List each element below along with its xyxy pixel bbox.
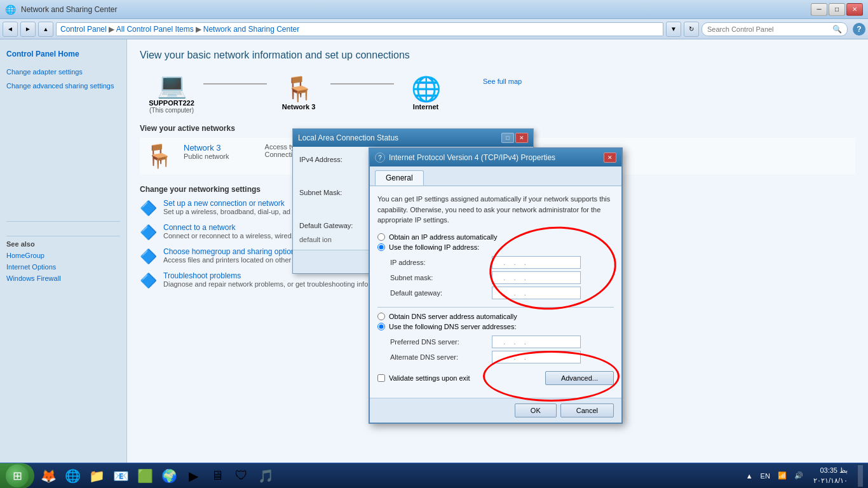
internet-label: Internet	[413, 103, 438, 111]
preferred-dns-input[interactable]: . . .	[492, 336, 581, 348]
line-1	[203, 83, 267, 85]
taskbar-explorer[interactable]: 📁	[85, 464, 108, 487]
radio-manual-dns-input[interactable]	[377, 323, 385, 330]
taskbar-shield[interactable]: 🛡	[230, 464, 253, 487]
dns-radio-group: Obtain DNS server address automatically …	[377, 313, 614, 330]
settings-icon-3: 🔷	[140, 248, 157, 265]
taskbar-rdp[interactable]: 🖥	[206, 464, 229, 487]
address-bar: ◄ ► ▲ Control Panel ▶ All Control Panel …	[0, 19, 868, 39]
path-all-items[interactable]: All Control Panel Items	[116, 25, 194, 34]
tray-lang-label: EN	[761, 472, 770, 480]
settings-link-4[interactable]: Troubleshoot problems	[163, 271, 241, 280]
tab-bar: General	[370, 166, 621, 186]
ipv4-button-row: OK Cancel	[370, 398, 621, 423]
ok-button[interactable]: OK	[515, 403, 557, 417]
validate-checkbox[interactable]	[377, 374, 385, 382]
taskbar-outlook[interactable]: 📧	[109, 464, 132, 487]
radio-manual-dns[interactable]: Use the following DNS server addresses:	[377, 323, 614, 330]
network-large-icon: 🪑	[145, 143, 173, 170]
taskbar-chrome[interactable]: 🌐	[61, 464, 84, 487]
path-network-sharing[interactable]: Network and Sharing Center	[203, 25, 299, 34]
radio-auto-ip-input[interactable]	[377, 233, 385, 241]
dropdown-button[interactable]: ▼	[666, 22, 681, 37]
local-area-label-1: IPv4 Address:	[299, 156, 342, 163]
see-full-map-link[interactable]: See full map	[483, 71, 522, 85]
start-orb: ⊞	[6, 464, 29, 487]
radio-auto-dns[interactable]: Obtain DNS server address automatically	[377, 313, 614, 320]
sidebar-adapter-settings[interactable]: Change adapter settings	[6, 67, 120, 78]
tab-general[interactable]: General	[375, 170, 424, 186]
cancel-button[interactable]: Cancel	[560, 403, 614, 417]
ipv4-properties-dialog: ? Internet Protocol Version 4 (TCP/IPv4)…	[369, 147, 623, 424]
taskbar-media[interactable]: ▶	[182, 464, 205, 487]
network-details: Network 3 Public network	[184, 143, 229, 160]
ipv4-help-icon[interactable]: ?	[375, 152, 385, 163]
alternate-dns-input[interactable]: . . .	[492, 351, 581, 363]
settings-link-2[interactable]: Connect to a network	[163, 223, 235, 232]
settings-link-1[interactable]: Set up a new connection or network	[163, 199, 285, 208]
windows-logo: ⊞	[13, 469, 22, 483]
internet-icon: 🌐	[411, 75, 441, 103]
clock[interactable]: 03:35 بظ ۲۰۲۱/۱۸/۱۰	[808, 466, 853, 485]
radio-auto-ip-label: Obtain an IP address automatically	[389, 233, 497, 241]
taskbar-media2[interactable]: 🎵	[254, 464, 277, 487]
taskbar-network[interactable]: 🌍	[158, 464, 180, 487]
subnet-mask-label: Subnet mask:	[390, 274, 492, 281]
refresh-button[interactable]: ↻	[684, 22, 699, 37]
forward-button[interactable]: ►	[20, 22, 36, 37]
dns-section: Obtain DNS server address automatically …	[377, 307, 614, 363]
radio-auto-ip[interactable]: Obtain an IP address automatically	[377, 233, 614, 241]
tray-show-hidden[interactable]: ▲	[743, 471, 756, 481]
local-area-restore[interactable]: □	[501, 133, 514, 143]
local-area-close[interactable]: ✕	[515, 133, 528, 143]
close-button[interactable]: ✕	[846, 3, 863, 16]
local-area-label-3: Default Gateway:	[299, 222, 353, 229]
search-icon[interactable]: 🔍	[832, 25, 842, 34]
network-type: Public network	[184, 152, 229, 160]
ipv4-close-button[interactable]: ✕	[604, 152, 616, 163]
back-button[interactable]: ◄	[3, 22, 18, 37]
taskbar-app1[interactable]: 🟩	[133, 464, 156, 487]
sidebar-advanced-sharing[interactable]: Change advanced sharing settings	[6, 81, 120, 92]
up-button[interactable]: ▲	[38, 22, 53, 37]
ip-address-input[interactable]: . . .	[492, 256, 581, 269]
sidebar-home-link[interactable]: Control Panel Home	[6, 48, 120, 60]
default-gateway-row: Default gateway: . . .	[390, 287, 614, 299]
tray-volume-icon[interactable]: 🔊	[792, 470, 806, 481]
network-icon: 🪑	[284, 75, 314, 103]
sidebar-internet-options[interactable]: Internet Options	[6, 262, 120, 273]
path-control-panel[interactable]: Control Panel	[60, 25, 107, 34]
subnet-mask-input[interactable]: . . .	[492, 271, 581, 284]
default-gateway-input[interactable]: . . .	[492, 287, 581, 299]
preferred-dns-row: Preferred DNS server: . . .	[390, 336, 614, 348]
help-button[interactable]: ?	[853, 23, 865, 36]
taskbar-pinned-icons: 🦊 🌐 📁 📧 🟩 🌍 ▶ 🖥 🛡 🎵	[34, 464, 280, 487]
minimize-button[interactable]: ─	[811, 3, 827, 16]
settings-link-3[interactable]: Choose homegroup and sharing options	[163, 247, 299, 256]
search-input[interactable]	[707, 25, 832, 33]
advanced-button[interactable]: Advanced...	[545, 371, 614, 385]
radio-manual-dns-label: Use the following DNS server addresses:	[389, 323, 517, 330]
taskbar-tray: ▲ EN 📶 🔊 03:35 بظ ۲۰۲۱/۱۸/۱۰	[738, 465, 868, 487]
radio-manual-ip-input[interactable]	[377, 243, 385, 251]
sidebar-links-section: Change adapter settings Change advanced …	[0, 64, 126, 94]
radio-manual-ip[interactable]: Use the following IP address:	[377, 243, 614, 251]
network-name-link[interactable]: Network 3	[184, 143, 221, 152]
radio-auto-dns-input[interactable]	[377, 313, 385, 320]
start-button[interactable]: ⊞	[0, 463, 34, 489]
tray-show-desktop[interactable]	[858, 465, 863, 487]
sidebar-home-section: Control Panel Home	[0, 44, 126, 64]
sidebar-homegroup[interactable]: HomeGroup	[6, 250, 120, 262]
computer-icon: 💻	[157, 71, 187, 99]
network-diagram: 💻 SUPPORT222 (This computer) 🪑 Network 3…	[140, 71, 855, 114]
see-also-label: See also	[6, 236, 120, 248]
computer-label: SUPPORT222	[149, 99, 194, 107]
local-area-titlebar: Local Area Connection Status □ ✕	[293, 129, 533, 147]
maximize-button[interactable]: □	[829, 3, 845, 16]
taskbar-firefox[interactable]: 🦊	[37, 464, 60, 487]
tray-network-icon[interactable]: 📶	[775, 470, 789, 481]
sidebar-windows-firewall[interactable]: Windows Firewall	[6, 273, 120, 285]
ipv4-body: You can get IP settings assigned automat…	[370, 186, 621, 398]
ipv4-window-controls: ✕	[604, 152, 616, 163]
local-area-label-2: Subnet Mask:	[299, 189, 342, 196]
